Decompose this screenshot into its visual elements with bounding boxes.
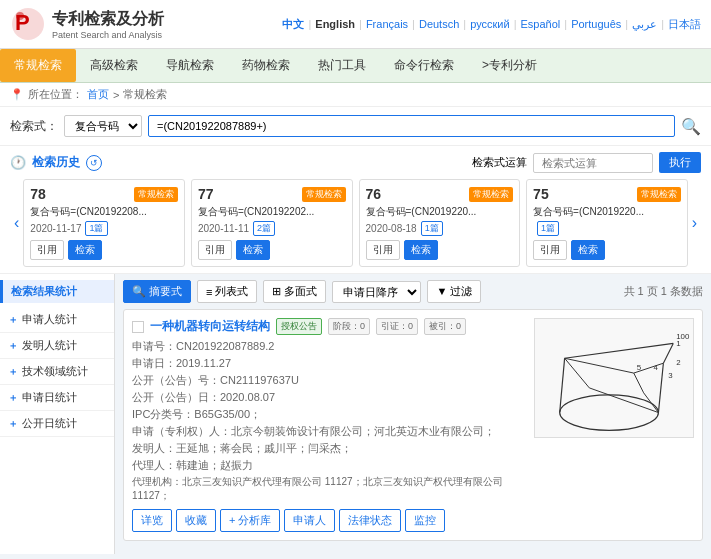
card-cite-button[interactable]: 引用	[30, 240, 64, 260]
view-multi-button[interactable]: ⊞ 多面式	[263, 280, 326, 303]
history-card: 76 常规检索 复合号码=(CN2019220... 2020-08-18 1篇…	[359, 179, 521, 267]
multi-icon: ⊞	[272, 285, 281, 298]
nav-guided-search[interactable]: 导航检索	[152, 49, 228, 82]
patent-title[interactable]: 一种机器转向运转结构	[150, 318, 270, 335]
list-icon: ≡	[206, 286, 212, 298]
nav-drug-search[interactable]: 药物检索	[228, 49, 304, 82]
sidebar-item-label: 技术领域统计	[22, 364, 88, 379]
main-content: 检索结果统计 ＋ 申请人统计 ＋ 发明人统计 ＋ 技术领域统计 ＋ 申请日统计 …	[0, 274, 711, 554]
card-tag: 常规检索	[469, 187, 513, 202]
action-analysis-button[interactable]: + 分析库	[220, 509, 280, 532]
card-badge: 1篇	[537, 221, 559, 236]
sidebar-item-label: 申请人统计	[22, 312, 77, 327]
action-legal-button[interactable]: 法律状态	[339, 509, 401, 532]
svg-point-2	[16, 12, 24, 20]
history-card: 78 常规检索 复合号码=(CN20192208... 2020-11-17 1…	[23, 179, 185, 267]
card-number: 75	[533, 186, 549, 202]
sort-select[interactable]: 申请日降序	[332, 281, 421, 303]
card-query-button[interactable]: 检索	[236, 240, 270, 260]
sidebar-item-tech[interactable]: ＋ 技术领域统计	[0, 359, 114, 385]
action-monitor-button[interactable]: 监控	[405, 509, 445, 532]
card-cite-button[interactable]: 引用	[366, 240, 400, 260]
card-query-button[interactable]: 检索	[404, 240, 438, 260]
nav-command-search[interactable]: 命令行检索	[380, 49, 468, 82]
breadcrumb-home[interactable]: 首页	[87, 87, 109, 102]
lang-ja[interactable]: 日本語	[668, 17, 701, 32]
card-query-button[interactable]: 检索	[68, 240, 102, 260]
sidebar-item-applicant[interactable]: ＋ 申请人统计	[0, 307, 114, 333]
language-selector: 中文 | English | Français | Deutsch | русс…	[282, 17, 701, 32]
lang-en[interactable]: English	[315, 18, 355, 30]
history-cards: ‹ 78 常规检索 复合号码=(CN20192208... 2020-11-17…	[10, 179, 701, 267]
lang-ar[interactable]: عربي	[632, 18, 657, 31]
lang-zh[interactable]: 中文	[282, 17, 304, 32]
patent-checkbox[interactable]	[132, 321, 144, 333]
history-card: 77 常规检索 复合号码=(CN20192202... 2020-11-11 2…	[191, 179, 353, 267]
svg-text:2: 2	[676, 358, 680, 367]
nav-hot-tools[interactable]: 热门工具	[304, 49, 380, 82]
breadcrumb-current: 常规检索	[123, 87, 167, 102]
card-tag: 常规检索	[302, 187, 346, 202]
card-query: 复合号码=(CN2019220...	[366, 205, 514, 219]
execute-button[interactable]: 执行	[659, 152, 701, 173]
card-cite-button[interactable]: 引用	[533, 240, 567, 260]
card-cite-button[interactable]: 引用	[198, 240, 232, 260]
expand-icon: ＋	[8, 313, 18, 327]
expand-icon: ＋	[8, 391, 18, 405]
search-type-select[interactable]: 复合号码 标题 摘要	[64, 115, 142, 137]
card-number: 76	[366, 186, 382, 202]
action-detail-button[interactable]: 详览	[132, 509, 172, 532]
patent-card: 一种机器转向运转结构 授权公告 阶段：0 引证：0 被引：0 申请号：CN201…	[123, 309, 703, 541]
logo-en: Patent Search and Analysis	[52, 30, 164, 40]
patent-info: 一种机器转向运转结构 授权公告 阶段：0 引证：0 被引：0 申请号：CN201…	[132, 318, 526, 532]
patent-badge-cite: 引证：0	[376, 318, 418, 335]
card-query: 复合号码=(CN20192202...	[198, 205, 346, 219]
nav-patent-analysis[interactable]: >专利分析	[468, 49, 551, 82]
lang-de[interactable]: Deutsch	[419, 18, 459, 30]
lang-pt[interactable]: Português	[571, 18, 621, 30]
card-date: 2020-08-18	[366, 223, 417, 234]
card-query-button[interactable]: 检索	[571, 240, 605, 260]
action-applicant-button[interactable]: 申请人	[284, 509, 335, 532]
breadcrumb-icon: 📍	[10, 88, 24, 101]
view-abstract-button[interactable]: 🔍 摘要式	[123, 280, 191, 303]
main-nav: 常规检索 高级检索 导航检索 药物检索 热门工具 命令行检索 >专利分析	[0, 49, 711, 83]
nav-advanced-search[interactable]: 高级检索	[76, 49, 152, 82]
lang-es[interactable]: Español	[521, 18, 561, 30]
lang-ru[interactable]: русский	[470, 18, 509, 30]
patent-applicant: 申请（专利权）人：北京今朝装饰设计有限公司；河北英迈木业有限公司；	[132, 424, 526, 439]
abstract-icon: 🔍	[132, 285, 146, 298]
search-bar: 检索式： 复合号码 标题 摘要 🔍	[0, 107, 711, 146]
expand-icon: ＋	[8, 417, 18, 431]
formula-input[interactable]	[533, 153, 653, 173]
patent-diagram: 1 2 3 4 5 100	[535, 318, 693, 438]
sidebar-item-appdate[interactable]: ＋ 申请日统计	[0, 385, 114, 411]
history-prev-button[interactable]: ‹	[10, 214, 23, 232]
history-refresh-icon[interactable]: ↺	[86, 155, 102, 171]
results-area: 🔍 摘要式 ≡ 列表式 ⊞ 多面式 申请日降序 ▼ 过滤 共 1 页 1 条数据	[115, 274, 711, 554]
patent-pubno: 公开（公告）号：CN211197637U	[132, 373, 526, 388]
card-query: 复合号码=(CN2019220...	[533, 205, 681, 219]
sidebar-item-pubdate[interactable]: ＋ 公开日统计	[0, 411, 114, 437]
card-tag: 常规检索	[134, 187, 178, 202]
view-list-button[interactable]: ≡ 列表式	[197, 280, 257, 303]
history-next-button[interactable]: ›	[688, 214, 701, 232]
patent-agent: 代理人：韩建迪；赵振力	[132, 458, 526, 473]
card-badge: 1篇	[85, 221, 107, 236]
lang-fr[interactable]: Français	[366, 18, 408, 30]
card-badge: 2篇	[253, 221, 275, 236]
card-badge: 1篇	[421, 221, 443, 236]
search-formula-area: 检索式运算 执行	[472, 152, 701, 173]
sidebar-item-inventor[interactable]: ＋ 发明人统计	[0, 333, 114, 359]
search-button[interactable]: 🔍	[681, 117, 701, 136]
nav-regular-search[interactable]: 常规检索	[0, 49, 76, 82]
svg-text:3: 3	[668, 371, 673, 380]
sidebar-title: 检索结果统计	[0, 280, 114, 303]
filter-button[interactable]: ▼ 过滤	[427, 280, 481, 303]
svg-text:100: 100	[676, 332, 690, 341]
breadcrumb-label: 所在位置：	[28, 87, 83, 102]
action-save-button[interactable]: 收藏	[176, 509, 216, 532]
search-input[interactable]	[148, 115, 675, 137]
results-count: 共 1 页 1 条数据	[624, 284, 703, 299]
formula-label: 检索式运算	[472, 155, 527, 170]
